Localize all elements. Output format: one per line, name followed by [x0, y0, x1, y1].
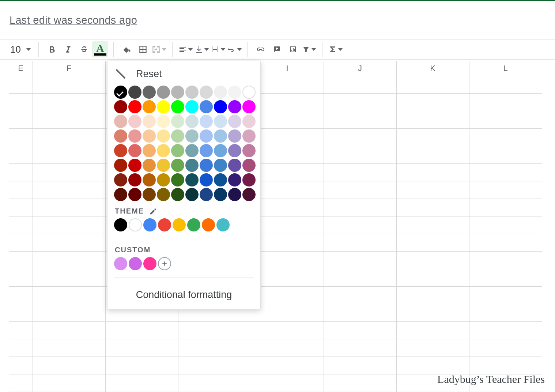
- color-swatch[interactable]: [171, 115, 184, 128]
- cell[interactable]: [33, 146, 106, 164]
- cell[interactable]: [9, 357, 33, 374]
- cell[interactable]: [251, 269, 324, 287]
- color-swatch[interactable]: [242, 173, 256, 186]
- borders-button[interactable]: [135, 41, 151, 57]
- cell[interactable]: [33, 129, 106, 146]
- color-swatch[interactable]: [214, 100, 227, 113]
- cell[interactable]: [33, 357, 106, 374]
- color-swatch[interactable]: [242, 115, 256, 128]
- cell[interactable]: [106, 374, 178, 392]
- cell[interactable]: [9, 322, 33, 339]
- cell[interactable]: [397, 287, 469, 304]
- color-swatch[interactable]: [242, 86, 256, 99]
- cell[interactable]: [9, 129, 33, 146]
- color-swatch[interactable]: [185, 144, 199, 157]
- cell[interactable]: [469, 322, 542, 339]
- color-swatch[interactable]: [171, 144, 184, 157]
- custom-color-swatch[interactable]: [114, 257, 127, 270]
- cell[interactable]: [9, 111, 33, 129]
- text-color-button[interactable]: A: [92, 41, 108, 57]
- color-swatch[interactable]: [128, 144, 141, 157]
- cell[interactable]: [397, 146, 469, 164]
- color-swatch[interactable]: [185, 173, 199, 186]
- cell[interactable]: [9, 374, 33, 392]
- cell[interactable]: [469, 269, 542, 287]
- cell[interactable]: [9, 146, 33, 164]
- cell[interactable]: [33, 111, 106, 129]
- custom-color-swatch[interactable]: [129, 257, 142, 270]
- theme-color-swatch[interactable]: [158, 218, 171, 231]
- color-swatch[interactable]: [242, 100, 256, 113]
- color-swatch[interactable]: [157, 173, 170, 186]
- color-swatch[interactable]: [157, 129, 170, 143]
- color-swatch[interactable]: [185, 100, 199, 113]
- color-swatch[interactable]: [185, 188, 199, 201]
- insert-chart-button[interactable]: [285, 41, 301, 57]
- color-swatch[interactable]: [214, 86, 227, 99]
- insert-comment-button[interactable]: [269, 41, 285, 57]
- add-custom-color-button[interactable]: [158, 257, 171, 270]
- cell[interactable]: [251, 234, 324, 252]
- cell[interactable]: [9, 76, 33, 94]
- color-swatch[interactable]: [171, 173, 184, 186]
- theme-color-swatch[interactable]: [143, 218, 156, 231]
- cell[interactable]: [324, 322, 397, 339]
- color-swatch[interactable]: [200, 173, 213, 186]
- color-swatch[interactable]: [143, 115, 156, 128]
- color-swatch[interactable]: [114, 173, 127, 186]
- column-header[interactable]: J: [324, 61, 397, 76]
- color-swatch[interactable]: [200, 115, 213, 128]
- color-swatch[interactable]: [128, 129, 141, 143]
- color-swatch[interactable]: [114, 188, 127, 201]
- cell[interactable]: [324, 199, 397, 216]
- cell[interactable]: [469, 76, 542, 94]
- theme-color-swatch[interactable]: [114, 218, 127, 231]
- last-edit-link[interactable]: Last edit was seconds ago: [10, 14, 137, 26]
- theme-color-swatch[interactable]: [129, 218, 142, 231]
- cell[interactable]: [33, 374, 106, 392]
- cell[interactable]: [469, 252, 542, 269]
- cell[interactable]: [178, 374, 251, 392]
- cell[interactable]: [251, 129, 324, 146]
- color-swatch[interactable]: [171, 100, 184, 113]
- cell[interactable]: [251, 322, 324, 339]
- cell[interactable]: [178, 339, 251, 357]
- cell[interactable]: [251, 146, 324, 164]
- edit-theme-icon[interactable]: [149, 207, 157, 215]
- color-swatch[interactable]: [214, 188, 227, 201]
- insert-link-button[interactable]: [253, 41, 269, 57]
- cell[interactable]: [324, 164, 397, 181]
- color-swatch[interactable]: [171, 129, 184, 143]
- column-header[interactable]: E: [9, 61, 33, 76]
- color-swatch[interactable]: [214, 144, 227, 157]
- cell[interactable]: [469, 111, 542, 129]
- fill-color-button[interactable]: [119, 41, 135, 57]
- color-swatch[interactable]: [242, 188, 256, 201]
- color-swatch[interactable]: [242, 159, 256, 172]
- cell[interactable]: [251, 216, 324, 234]
- cell[interactable]: [324, 94, 397, 111]
- column-header[interactable]: K: [397, 61, 469, 76]
- cell[interactable]: [324, 339, 397, 357]
- cell[interactable]: [178, 357, 251, 374]
- theme-color-swatch[interactable]: [202, 218, 215, 231]
- cell[interactable]: [397, 129, 469, 146]
- cell[interactable]: [324, 252, 397, 269]
- cell[interactable]: [33, 181, 106, 199]
- bold-button[interactable]: [44, 41, 60, 57]
- cell[interactable]: [469, 199, 542, 216]
- cell[interactable]: [251, 164, 324, 181]
- color-swatch[interactable]: [128, 115, 141, 128]
- cell[interactable]: [469, 146, 542, 164]
- color-swatch[interactable]: [143, 188, 156, 201]
- cell[interactable]: [33, 234, 106, 252]
- cell[interactable]: [9, 339, 33, 357]
- merge-cells-button[interactable]: [151, 41, 167, 57]
- color-swatch[interactable]: [143, 129, 156, 143]
- cell[interactable]: [469, 181, 542, 199]
- cell[interactable]: [33, 94, 106, 111]
- color-swatch[interactable]: [143, 86, 156, 99]
- cell[interactable]: [469, 129, 542, 146]
- color-swatch[interactable]: [228, 115, 241, 128]
- cell[interactable]: [469, 339, 542, 357]
